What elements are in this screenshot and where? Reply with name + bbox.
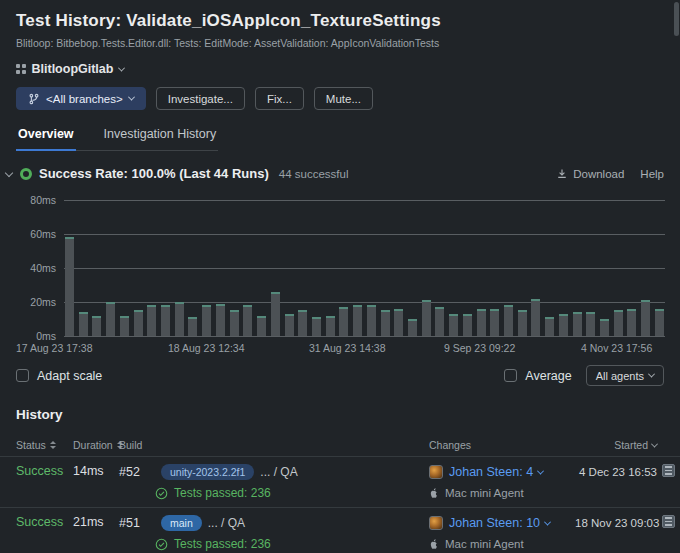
duration-bar[interactable]	[326, 316, 335, 336]
status-cell[interactable]: Success	[16, 515, 73, 529]
build-number[interactable]: #51	[119, 516, 155, 530]
duration-bar[interactable]	[449, 314, 458, 336]
duration-bar[interactable]	[271, 292, 280, 336]
duration-bar[interactable]	[518, 310, 527, 336]
x-tick-label: 4 Nov 23 17:56	[581, 342, 652, 354]
tab-investigation-history[interactable]: Investigation History	[102, 127, 219, 150]
fix-button[interactable]: Fix...	[255, 87, 304, 110]
duration-bar[interactable]	[312, 317, 321, 336]
build-log-icon[interactable]	[662, 515, 675, 528]
duration-bar[interactable]	[367, 305, 376, 336]
download-label: Download	[573, 168, 624, 180]
table-row[interactable]: Success14ms#52unity-2023.2.2f1... / QATe…	[0, 456, 680, 507]
duration-bar[interactable]	[381, 310, 390, 336]
build-log-icon[interactable]	[662, 464, 675, 477]
duration-bar[interactable]	[600, 319, 609, 336]
agent-name[interactable]: Mac mini Agent	[445, 538, 524, 550]
duration-bar[interactable]	[202, 305, 211, 336]
duration-bar[interactable]	[627, 309, 636, 336]
changes-author-link[interactable]: Johan Steen: 4	[449, 465, 533, 479]
build-column-label: Build	[119, 439, 142, 451]
column-header-changes[interactable]: Changes	[429, 439, 575, 451]
agent-name[interactable]: Mac mini Agent	[445, 487, 524, 499]
download-icon	[556, 168, 568, 180]
collapse-chevron-icon[interactable]	[5, 168, 13, 176]
duration-bar[interactable]	[65, 237, 74, 336]
duration-bar[interactable]	[147, 305, 156, 336]
agents-filter-button[interactable]: All agents	[586, 365, 664, 386]
chart-x-axis: 17 Aug 23 17:3818 Aug 23 12:3431 Aug 23 …	[64, 342, 680, 356]
x-tick-label: 9 Sep 23 09:22	[444, 342, 515, 354]
average-control[interactable]: Average	[504, 369, 571, 383]
download-button[interactable]: Download	[556, 168, 624, 180]
duration-bar[interactable]	[545, 317, 554, 336]
log-cell	[657, 515, 675, 528]
duration-bar[interactable]	[216, 304, 225, 336]
duration-bar[interactable]	[394, 309, 403, 336]
duration-bar[interactable]	[353, 305, 362, 336]
duration-bar[interactable]	[655, 309, 664, 336]
table-row[interactable]: Success21ms#51main... / QATests passed: …	[0, 507, 680, 553]
duration-bar[interactable]	[257, 316, 266, 336]
duration-bar[interactable]	[120, 316, 129, 336]
duration-bar[interactable]	[586, 312, 595, 336]
help-link[interactable]: Help	[640, 168, 664, 180]
duration-bar[interactable]	[531, 299, 540, 336]
avatar	[429, 516, 443, 530]
y-tick-label: 20ms	[0, 296, 56, 308]
duration-bar[interactable]	[106, 302, 115, 336]
duration-bar[interactable]	[422, 300, 431, 336]
y-tick-label: 60ms	[0, 228, 56, 240]
changes-column-label: Changes	[429, 439, 471, 451]
average-checkbox[interactable]	[504, 369, 517, 382]
column-header-build[interactable]: Build	[119, 439, 429, 451]
status-cell[interactable]: Success	[16, 464, 73, 478]
adapt-scale-checkbox[interactable]	[16, 369, 29, 382]
scrollbar-thumb[interactable]	[674, 2, 679, 36]
branch-badge[interactable]: main	[161, 515, 202, 531]
duration-bar[interactable]	[641, 300, 650, 336]
fix-label: Fix...	[267, 93, 292, 105]
column-header-duration[interactable]: Duration	[73, 439, 119, 451]
duration-bar[interactable]	[230, 310, 239, 336]
duration-bar[interactable]	[79, 312, 88, 336]
duration-bar[interactable]	[134, 310, 143, 336]
tab-overview[interactable]: Overview	[16, 127, 76, 151]
column-header-status[interactable]: Status	[16, 439, 73, 451]
duration-bar[interactable]	[559, 314, 568, 336]
duration-bar[interactable]	[477, 309, 486, 336]
changes-author-link[interactable]: Johan Steen: 10	[449, 516, 540, 530]
duration-bar[interactable]	[188, 317, 197, 336]
duration-bar[interactable]	[243, 305, 252, 336]
duration-bar[interactable]	[614, 310, 623, 336]
branch-badge[interactable]: unity-2023.2.2f1	[161, 464, 254, 480]
check-circle-icon	[155, 538, 168, 551]
toolbar: <All branches> Investigate... Fix... Mut…	[16, 87, 664, 110]
project-selector[interactable]: BlitloopGitlab	[16, 62, 664, 76]
duration-bar[interactable]	[408, 319, 417, 336]
duration-bar[interactable]	[339, 307, 348, 336]
adapt-scale-control[interactable]: Adapt scale	[16, 369, 102, 383]
duration-cell: 14ms	[73, 464, 119, 478]
duration-bar[interactable]	[504, 305, 513, 336]
chart-bars[interactable]	[65, 200, 664, 336]
mute-label: Mute...	[326, 93, 361, 105]
investigate-button[interactable]: Investigate...	[156, 87, 245, 110]
tests-passed[interactable]: Tests passed: 236	[119, 485, 429, 501]
column-header-started[interactable]: Started	[575, 439, 657, 451]
branch-selector-button[interactable]: <All branches>	[16, 87, 146, 110]
duration-bar[interactable]	[161, 305, 170, 336]
duration-bar[interactable]	[175, 302, 184, 336]
mute-button[interactable]: Mute...	[314, 87, 373, 110]
duration-bar[interactable]	[92, 316, 101, 336]
duration-bar[interactable]	[285, 314, 294, 336]
build-config-path[interactable]: ... / QA	[260, 465, 297, 479]
build-config-path[interactable]: ... / QA	[208, 516, 245, 530]
duration-bar[interactable]	[298, 310, 307, 336]
build-number[interactable]: #52	[119, 465, 155, 479]
tests-passed[interactable]: Tests passed: 236	[119, 536, 429, 552]
duration-bar[interactable]	[490, 309, 499, 336]
duration-bar[interactable]	[463, 314, 472, 336]
duration-bar[interactable]	[435, 307, 444, 336]
duration-bar[interactable]	[573, 312, 582, 336]
